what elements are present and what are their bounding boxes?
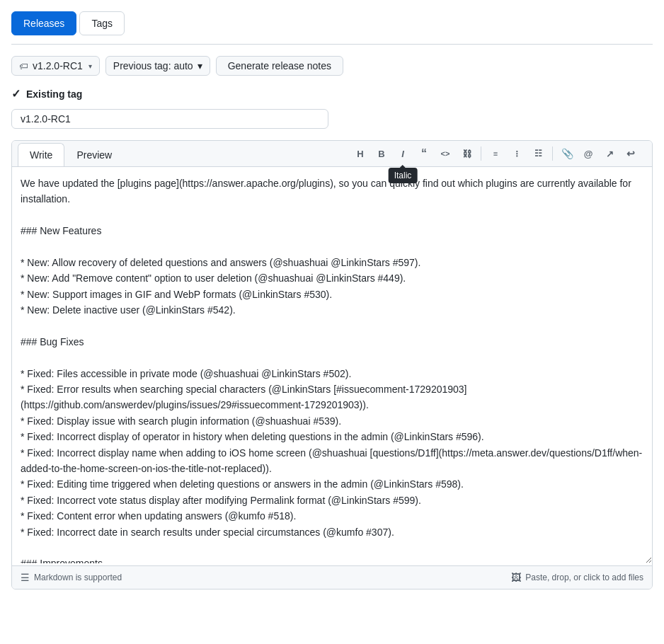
mention-button[interactable]: @ <box>578 144 598 163</box>
generate-release-notes-button[interactable]: Generate release notes <box>216 56 343 76</box>
top-navigation: Releases Tags <box>11 11 653 45</box>
editor-container: Write Preview H B I Italic “ <> ⛓ ≡ ⁝ ☷ … <box>11 140 653 590</box>
markdown-support-label: Markdown is supported <box>34 573 122 582</box>
unordered-list-button[interactable]: ⁝ <box>507 144 527 163</box>
prev-tag-selector[interactable]: Previous tag: auto ▾ <box>105 56 210 76</box>
prev-tag-chevron-icon: ▾ <box>198 60 202 71</box>
link-button[interactable]: ⛓ <box>457 144 476 163</box>
toolbar-divider-2 <box>552 146 553 161</box>
tag-version-label: v1.2.0-RC1 <box>33 60 83 71</box>
footer-left: ☰ Markdown is supported <box>21 572 122 583</box>
ordered-list-button[interactable]: ≡ <box>486 144 505 163</box>
tag-input[interactable] <box>11 109 328 129</box>
task-list-button[interactable]: ☷ <box>528 144 548 163</box>
italic-button-container: I Italic <box>393 144 413 163</box>
existing-tag-label: Existing tag <box>26 88 82 100</box>
attach-button[interactable]: 📎 <box>557 144 577 163</box>
editor-toolbar: H B I Italic “ <> ⛓ ≡ ⁝ ☷ 📎 @ ↗ ↩ <box>345 141 646 166</box>
tags-tab[interactable]: Tags <box>79 11 125 35</box>
preview-tab[interactable]: Preview <box>64 143 124 166</box>
paste-drop-label: Paste, drop, or click to add files <box>525 573 643 582</box>
code-button[interactable]: <> <box>435 144 455 163</box>
action-row: 🏷 v1.2.0-RC1 ▾ Previous tag: auto ▾ Gene… <box>11 56 653 76</box>
checkmark-icon: ✓ <box>11 87 21 100</box>
quote-button[interactable]: “ <box>414 144 434 163</box>
editor-tabs-bar: Write Preview H B I Italic “ <> ⛓ ≡ ⁝ ☷ … <box>12 141 652 167</box>
bold-button[interactable]: B <box>372 144 391 163</box>
chevron-down-icon: ▾ <box>88 62 92 70</box>
italic-button[interactable]: I <box>393 144 413 163</box>
toolbar-divider-1 <box>481 146 481 161</box>
prev-tag-label: Previous tag: auto <box>113 60 193 71</box>
write-tab[interactable]: Write <box>18 143 64 166</box>
markdown-icon: ☰ <box>21 572 30 583</box>
reference-button[interactable]: ↗ <box>600 144 619 163</box>
releases-tab[interactable]: Releases <box>11 11 76 35</box>
tag-version-selector[interactable]: 🏷 v1.2.0-RC1 ▾ <box>11 56 100 76</box>
footer-right: 🖼 Paste, drop, or click to add files <box>511 572 643 583</box>
editor-footer: ☰ Markdown is supported 🖼 Paste, drop, o… <box>12 565 652 589</box>
image-icon: 🖼 <box>511 572 521 583</box>
undo-button[interactable]: ↩ <box>621 144 641 163</box>
heading-button[interactable]: H <box>350 144 370 163</box>
content-editor[interactable]: We have updated the [plugins page](https… <box>12 167 652 563</box>
editor-tabs: Write Preview <box>18 142 124 166</box>
existing-tag-row: ✓ Existing tag <box>11 87 653 100</box>
tag-icon: 🏷 <box>19 61 28 71</box>
